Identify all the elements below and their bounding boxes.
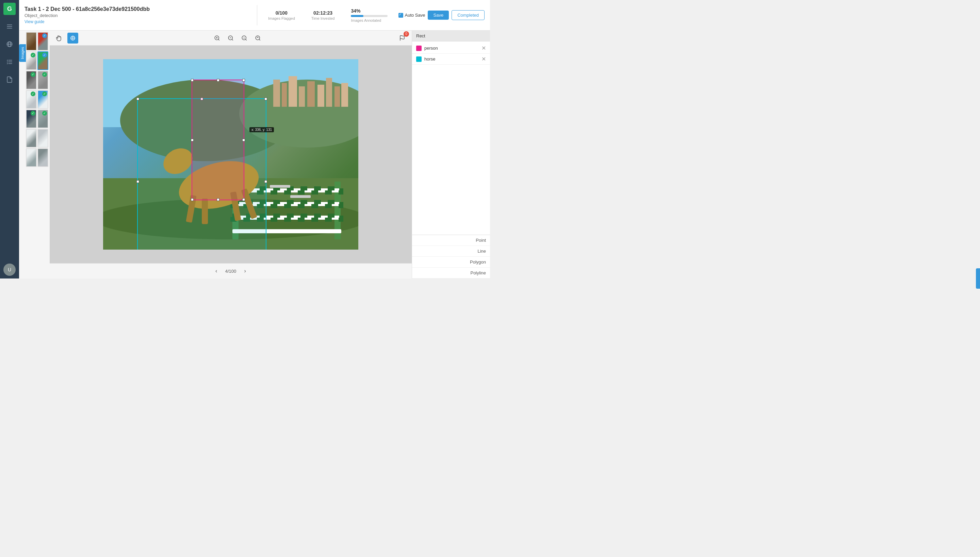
label-item-person[interactable]: person ✕ [412,43,490,54]
horse-color [416,57,421,62]
image-row-2: ✓ ✓ [26,51,48,70]
save-button[interactable]: Save [428,11,449,20]
person-delete-icon[interactable]: ✕ [482,45,486,51]
zoom-in-btn[interactable] [212,33,222,44]
resize-mr[interactable] [265,180,267,183]
svg-rect-31 [307,81,315,107]
flag-button[interactable]: 0 [397,33,408,44]
pan-tool[interactable] [54,33,65,44]
sidebar-item-globe[interactable] [3,38,16,50]
check-4: ✓ [42,53,47,57]
check-7: ✓ [31,91,35,96]
resize-tr[interactable] [265,98,267,100]
view-guide-link[interactable]: View guide [24,20,252,24]
auto-save-checkbox[interactable] [399,13,403,18]
canvas-container[interactable]: x: 336, y: 131 [50,46,412,263]
shape-polyline[interactable]: Polyline [412,268,490,278]
person-resize-br[interactable] [242,198,245,201]
thumbnail-6[interactable]: ✓ [38,71,48,90]
completed-button[interactable]: Completed [452,10,485,20]
check-9: ✓ [31,111,35,116]
workspace: Images ✓ [19,31,490,278]
header: Task 1 - 2 Dec 500 - 61a8c256e3e73de9215… [19,0,490,31]
thumbnail-14[interactable] [38,148,48,167]
person-resize-ml[interactable] [191,139,194,142]
check-10: ✓ [42,111,47,116]
annotation-area: 0 [50,31,412,278]
person-resize-mr[interactable] [242,139,245,142]
next-page-button[interactable]: › [240,266,250,276]
thumbnail-2[interactable]: ✓ [38,32,48,50]
person-color [416,46,421,51]
header-actions: Auto Save Save Completed [399,10,485,20]
zoom-out-btn[interactable] [225,33,236,44]
rect-label: Rect [416,33,425,38]
thumbnail-11[interactable] [26,129,37,148]
annotation-toolbar: 0 [50,31,412,46]
thumbnail-13[interactable] [26,148,37,167]
images-tab[interactable]: Images [19,44,26,62]
horse-delete-icon[interactable]: ✕ [482,56,486,62]
sidebar-item-tasks[interactable] [3,56,16,68]
sidebar: G U [0,0,19,278]
label-list: person ✕ horse ✕ [412,41,490,235]
person-resize-tr[interactable] [242,79,245,81]
horse-label: horse [424,57,479,62]
image-row-3: ✓ ✓ [26,71,48,90]
shape-polygon[interactable]: Polygon [412,257,490,268]
image-row-7 [26,148,48,167]
svg-rect-30 [299,86,305,107]
shape-line[interactable]: Line [412,246,490,257]
thumbnail-5[interactable]: ✓ [26,71,37,90]
right-panel: Rect person ✕ horse ✕ P [412,31,490,278]
person-annotation[interactable] [191,80,244,200]
resize-tl[interactable] [136,98,139,100]
thumbnail-12[interactable] [38,129,48,148]
person-resize-bm[interactable] [217,198,219,201]
zoom-fit-btn[interactable] [239,33,250,44]
person-resize-bl[interactable] [191,198,194,201]
user-avatar[interactable]: U [3,264,16,276]
thumbnail-7[interactable]: ✓ [26,90,37,109]
thumbnail-3[interactable]: ✓ [26,51,37,70]
app-container: G U Task 1 - 2 Dec 500 - 61a8c256e3e73de… [0,0,490,278]
sidebar-item-menu[interactable] [3,20,16,33]
coord-tooltip: x: 336, y: 131 [250,127,274,132]
progress-bar [351,15,387,17]
svg-rect-32 [317,85,324,107]
auto-save-label[interactable]: Auto Save [399,13,425,18]
time-invested-stat: 02:12:23 Time Invested [306,10,340,20]
svg-rect-35 [341,83,348,107]
pagination: ‹ 4/100 › [50,263,412,278]
thumbnail-4[interactable]: ✓ [38,51,48,70]
shape-point[interactable]: Point [412,235,490,246]
thumbnail-10[interactable]: ✓ [38,109,48,128]
shape-list: Point Line Polygon Polyline [412,235,490,278]
thumbnail-9[interactable]: ✓ [26,109,37,128]
progress-stat: 34% Images Annotated [345,8,393,23]
thumbnail-8[interactable]: ✓ [38,90,48,109]
person-resize-tm[interactable] [217,79,219,81]
zoom-reset-btn[interactable] [253,33,263,44]
progress-fill [351,15,363,17]
image-panel: Images ✓ [19,31,50,278]
main-image[interactable]: x: 336, y: 131 [103,59,358,249]
flagged-label: Images Flagged [268,16,295,20]
svg-rect-29 [289,76,297,107]
label-item-horse[interactable]: horse ✕ [412,54,490,65]
right-panel-header: Rect [412,31,490,41]
thumbnail-1[interactable] [26,32,37,50]
image-row-5: ✓ ✓ [26,109,48,128]
app-logo[interactable]: G [3,3,16,15]
progress-value: 34% [351,8,387,14]
canvas-inner: x: 336, y: 131 [103,59,358,249]
person-resize-tl[interactable] [191,79,194,81]
check-2: ✓ [42,33,47,38]
prev-page-button[interactable]: ‹ [212,266,221,276]
progress-label: Images Annotated [351,18,387,23]
flagged-count: 0/100 [276,10,287,16]
resize-ml[interactable] [136,180,139,183]
sidebar-item-files[interactable] [3,73,16,86]
rect-tool[interactable] [67,33,78,44]
task-type: Object_detection [24,13,252,18]
